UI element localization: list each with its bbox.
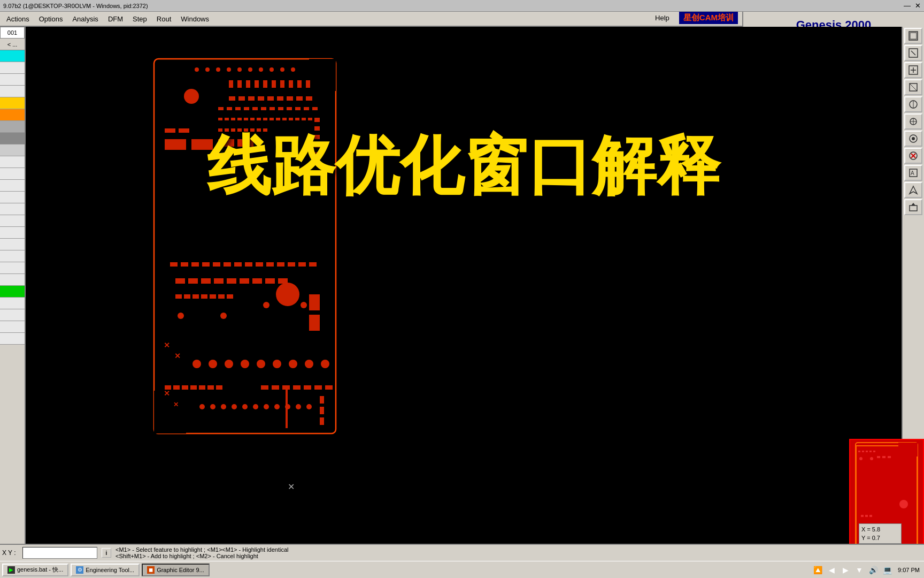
menu-analysis[interactable]: Analysis [68, 14, 102, 24]
title-bar: 9.07b2 (1@DESKTOP-3R0OLVM - Windows, pid… [0, 0, 924, 12]
svg-text:✕: ✕ [164, 341, 170, 349]
layer-15[interactable] [0, 298, 25, 309]
svg-rect-15 [237, 80, 242, 88]
layer-4[interactable] [0, 156, 25, 168]
layer-dark[interactable] [0, 133, 25, 144]
svg-rect-55 [282, 118, 287, 120]
layer-6[interactable] [0, 180, 25, 192]
speaker-icon[interactable]: ▶ [840, 565, 851, 575]
layer-orange[interactable] [0, 109, 25, 121]
svg-rect-72 [191, 139, 213, 150]
pointer-tool-btn[interactable] [904, 45, 922, 61]
select2-tool-btn[interactable] [904, 199, 922, 215]
svg-rect-154 [210, 294, 216, 299]
layer-13[interactable] [0, 262, 25, 274]
rotate-tool-btn[interactable] [904, 79, 922, 95]
menu-dfm[interactable]: DFM [104, 14, 127, 24]
svg-rect-111 [182, 385, 188, 390]
layer-5[interactable] [0, 168, 25, 180]
svg-point-96 [220, 313, 227, 319]
status-line1: <M1> - Select feature to highlight ; <M1… [116, 546, 922, 553]
svg-rect-25 [238, 96, 245, 101]
network-icon[interactable]: ◀ [826, 565, 837, 575]
layer-1[interactable] [0, 62, 25, 74]
xy-input[interactable] [22, 547, 97, 559]
svg-rect-115 [216, 385, 222, 390]
svg-rect-45 [218, 118, 222, 120]
menu-step[interactable]: Step [128, 14, 151, 24]
crosshair-tool-btn[interactable] [904, 113, 922, 130]
layer-10[interactable] [0, 227, 25, 239]
taskbar-engineering-label: Engineering Tool... [86, 567, 134, 573]
volume-icon[interactable]: 🔼 [812, 565, 823, 575]
taskbar: ▶ genesis.bat - 快... ⚙ Engineering Tool.… [0, 561, 924, 578]
svg-rect-112 [190, 385, 197, 390]
select-tool-btn[interactable] [904, 28, 922, 44]
svg-rect-0 [154, 59, 336, 434]
left-panel: < ... [0, 27, 26, 544]
canvas-area[interactable]: ✕ ✕ ✕ ✕ [26, 27, 902, 544]
svg-point-10 [270, 67, 274, 72]
measure-tool-btn[interactable] [904, 96, 922, 112]
layer-lightgray[interactable] [0, 144, 25, 156]
layer-18[interactable] [0, 333, 25, 345]
layer-3[interactable] [0, 86, 25, 97]
pen-tool-btn[interactable]: A [904, 165, 922, 181]
arrow-tool-btn[interactable] [904, 182, 922, 198]
svg-rect-199 [865, 515, 868, 517]
svg-line-168 [910, 83, 917, 91]
layer-green[interactable] [0, 286, 25, 298]
layer-7[interactable] [0, 192, 25, 203]
svg-rect-121 [314, 385, 322, 390]
minimize-btn[interactable]: — [904, 2, 911, 10]
svg-rect-27 [258, 96, 264, 101]
sound-icon[interactable]: 🔊 [868, 565, 879, 575]
svg-rect-48 [237, 118, 242, 120]
help-button[interactable]: Help [651, 13, 674, 23]
svg-point-94 [276, 283, 299, 306]
close-btn[interactable]: ✕ [915, 2, 921, 10]
svg-rect-156 [227, 294, 233, 299]
menu-actions[interactable]: Actions [2, 14, 34, 24]
taskbar-graphic-editor[interactable]: ◼ Graphic Editor 9... [142, 564, 210, 576]
svg-text:✕: ✕ [174, 352, 181, 360]
layer-input[interactable] [0, 27, 25, 39]
svg-rect-31 [296, 96, 303, 101]
svg-rect-89 [266, 262, 274, 267]
layer-12[interactable] [0, 250, 25, 262]
layer-dots-btn[interactable]: < ... [0, 39, 25, 50]
pcb-board: ✕ ✕ ✕ ✕ [133, 54, 357, 439]
coords-display: X = 5.8 Y = 0.7 [859, 523, 902, 544]
svg-rect-124 [320, 407, 324, 414]
layer-11[interactable] [0, 239, 25, 250]
svg-rect-123 [320, 396, 324, 404]
svg-point-175 [912, 137, 915, 140]
layer-17[interactable] [0, 321, 25, 333]
layer-8[interactable] [0, 203, 25, 215]
layer-cyan[interactable] [0, 50, 25, 62]
delete-tool-btn[interactable] [904, 148, 922, 164]
layer-14[interactable] [0, 274, 25, 286]
taskbar-engineering[interactable]: ⚙ Engineering Tool... [71, 564, 140, 576]
menu-options[interactable]: Options [35, 14, 67, 24]
layer-yellow[interactable] [0, 97, 25, 109]
zoom-tool-btn[interactable] [904, 62, 922, 78]
layer-9[interactable] [0, 215, 25, 227]
layer-16[interactable] [0, 309, 25, 321]
svg-rect-194 [877, 456, 880, 458]
layer-gray[interactable] [0, 121, 25, 133]
svg-point-100 [192, 360, 201, 368]
layer-2[interactable] [0, 74, 25, 86]
taskbar-genesis[interactable]: ▶ genesis.bat - 快... [2, 564, 68, 576]
layer-mgr-btn[interactable] [904, 131, 922, 147]
menu-rout[interactable]: Rout [152, 14, 175, 24]
display-icon[interactable]: 💻 [882, 565, 892, 575]
svg-rect-146 [240, 278, 249, 284]
system-clock: 9:07 PM [896, 567, 922, 573]
svg-rect-24 [229, 96, 235, 101]
menu-windows[interactable]: Windows [176, 14, 213, 24]
battery-icon[interactable]: ▼ [854, 565, 865, 575]
info-button[interactable]: i [102, 548, 111, 558]
svg-text:✕: ✕ [164, 389, 170, 398]
svg-rect-159 [286, 385, 288, 428]
